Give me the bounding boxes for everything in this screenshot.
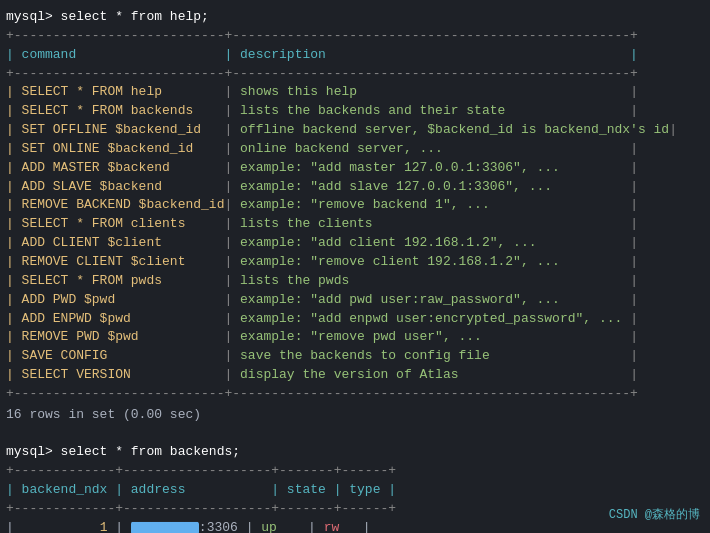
table1-row-13: | ADD ENPWD $pwd | example: "add enpwd u… <box>6 310 704 329</box>
table1-row-12: | ADD PWD $pwd | example: "add pwd user:… <box>6 291 704 310</box>
prompt-line-2: mysql> select * from backends; <box>6 443 704 462</box>
table1-row-4: | SET ONLINE $backend_id | online backen… <box>6 140 704 159</box>
table2-border-top: +-------------+-------------------+-----… <box>6 462 704 481</box>
table1-border-bot: +---------------------------+-----------… <box>6 385 704 404</box>
table1-row-3: | SET OFFLINE $backend_id | offline back… <box>6 121 704 140</box>
table1-row-1: | SELECT * FROM help | shows this help | <box>6 83 704 102</box>
table1-row-7: | REMOVE BACKEND $backend_id| example: "… <box>6 196 704 215</box>
table1-header: | command | description | <box>6 46 704 65</box>
table1-row-14: | REMOVE PWD $pwd | example: "remove pwd… <box>6 328 704 347</box>
table1-row-11: | SELECT * FROM pwds | lists the pwds | <box>6 272 704 291</box>
table1-row-10: | REMOVE CLIENT $client | example: "remo… <box>6 253 704 272</box>
watermark: CSDN @森格的博 <box>609 506 700 523</box>
prompt-line-1: mysql> select * from help; <box>6 8 704 27</box>
table1-row-5: | ADD MASTER $backend | example: "add ma… <box>6 159 704 178</box>
empty-line <box>6 425 704 444</box>
table1-row-8: | SELECT * FROM clients | lists the clie… <box>6 215 704 234</box>
table1-row-9: | ADD CLIENT $client | example: "add cli… <box>6 234 704 253</box>
rows-info-1: 16 rows in set (0.00 sec) <box>6 406 704 425</box>
table1-row-16: | SELECT VERSION | display the version o… <box>6 366 704 385</box>
table2-header: | backend_ndx | address | state | type | <box>6 481 704 500</box>
table1-row-2: | SELECT * FROM backends | lists the bac… <box>6 102 704 121</box>
terminal: mysql> select * from help; +------------… <box>0 0 710 533</box>
table2-border-mid: +-------------+-------------------+-----… <box>6 500 704 519</box>
table1-row-6: | ADD SLAVE $backend | example: "add sla… <box>6 178 704 197</box>
table1-row-15: | SAVE CONFIG | save the backends to con… <box>6 347 704 366</box>
table2-row-1: | 1 | ██████████:3306 | up | rw | <box>6 519 704 533</box>
table1-border-top: +---------------------------+-----------… <box>6 27 704 46</box>
table1-border-mid: +---------------------------+-----------… <box>6 65 704 84</box>
